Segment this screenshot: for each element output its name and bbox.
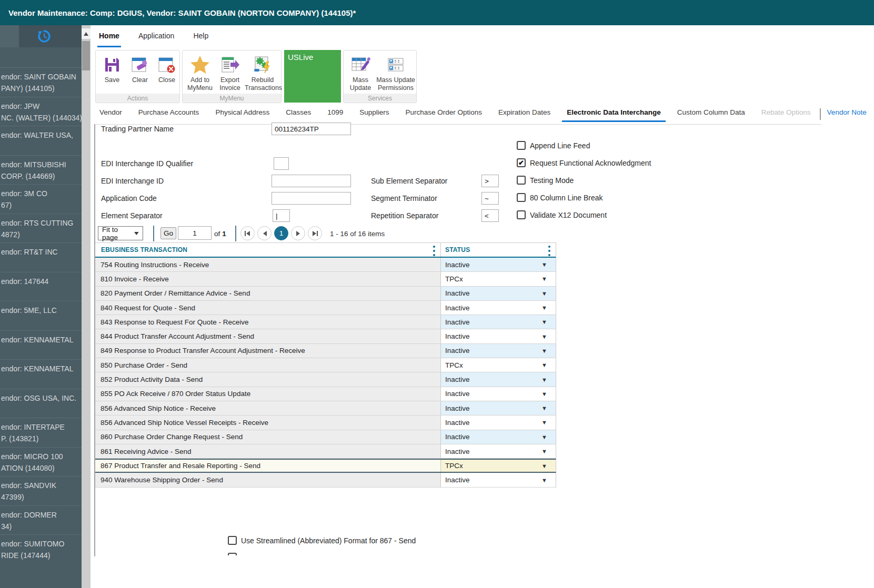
previous-page-button[interactable] [257, 226, 272, 240]
status-cell-dropdown[interactable]: TPCx ▼ [441, 460, 556, 472]
vendor-history-item[interactable]: endor: WALTER USA, [0, 126, 82, 155]
status-cell-dropdown[interactable]: Inactive ▼ [441, 287, 556, 300]
go-button[interactable]: Go [160, 227, 176, 239]
export-invoice-button[interactable]: Export Invoice [216, 54, 244, 92]
tab-electronic-data-interchange[interactable]: Electronic Data Interchange [562, 107, 666, 122]
column-header-ebusiness-transaction[interactable]: EBUSINESS TRANSACTION [95, 243, 441, 257]
table-row[interactable]: 860 Purchase Order Change Request - Send… [95, 430, 556, 444]
tab-vendor[interactable]: Vendor [95, 107, 127, 122]
vendor-history-item[interactable]: endor: RT&T INC [0, 242, 82, 272]
status-cell-dropdown[interactable]: Inactive ▼ [441, 473, 556, 486]
checkbox-row-validate-x12-document[interactable]: Validate X12 Document [517, 210, 607, 219]
page-number-input[interactable] [178, 226, 212, 240]
vendor-history-item[interactable]: endor: 3M CO 67) [0, 184, 82, 214]
vendor-history-item[interactable]: endor: MICRO 100 ATION (144080) [0, 447, 82, 477]
status-cell-dropdown[interactable]: TPCx ▼ [441, 272, 556, 286]
status-cell-dropdown[interactable]: Inactive ▼ [441, 372, 556, 386]
vendor-history-item[interactable]: endor: SUMITOMO RIDE (147444) [0, 534, 82, 564]
vendor-history-item[interactable]: endor: SANDVIK 47399) [0, 476, 82, 505]
tab-classes[interactable]: Classes [281, 107, 316, 122]
status-cell-dropdown[interactable]: Inactive ▼ [441, 301, 556, 315]
checkbox-row-append-line-feed[interactable]: Append Line Feed [517, 141, 590, 150]
tab-expiration-dates[interactable]: Expiration Dates [494, 107, 555, 122]
table-row[interactable]: 867 Product Transfer and Resale Reportin… [95, 459, 556, 473]
checkbox-row-testing-mode[interactable]: Testing Mode [517, 176, 574, 185]
checkbox-append-line-feed[interactable] [517, 141, 526, 150]
column-menu-icon[interactable] [548, 246, 551, 256]
checkbox-validate-x12-document[interactable] [517, 210, 526, 219]
status-cell-dropdown[interactable]: Inactive ▼ [441, 430, 556, 444]
tab-1099[interactable]: 1099 [323, 107, 348, 122]
table-row[interactable]: 856 Advanced Ship Notice Vessel Receipts… [95, 415, 556, 430]
rebuild-transactions-button[interactable]: Rebuild Transactions [245, 54, 280, 92]
scrollbar-thumb[interactable] [82, 41, 90, 70]
tab-vendor-note[interactable]: Vendor Note [822, 107, 871, 122]
status-cell-dropdown[interactable]: Inactive ▼ [441, 401, 556, 415]
edi-interchange-id-input[interactable] [272, 175, 351, 187]
clipped-checkbox[interactable] [228, 553, 237, 555]
table-row[interactable]: 844 Product Transfer Account Adjustment … [95, 329, 556, 343]
clear-button[interactable]: Clear [128, 54, 152, 84]
status-cell-dropdown[interactable]: Inactive ▼ [441, 387, 556, 401]
menu-home[interactable]: Home [97, 25, 121, 47]
table-row[interactable]: 861 Receiving Advice - Send Inactive ▼ [95, 444, 556, 459]
last-page-button[interactable] [308, 226, 322, 240]
current-page-button[interactable]: 1 [274, 226, 288, 240]
table-row[interactable]: 840 Request for Quote - Send Inactive ▼ [95, 301, 556, 315]
vendor-history-item[interactable]: endor: JPW NC. (WALTER) (144034) [0, 97, 82, 126]
table-row[interactable]: 810 Invoice - Receive TPCx ▼ [95, 272, 556, 286]
status-cell-dropdown[interactable]: Inactive ▼ [441, 329, 556, 343]
page-size-select[interactable]: Fit to page [98, 226, 143, 240]
vendor-history-item[interactable]: endor: 5ME, LLC [0, 301, 82, 330]
vendor-history-item[interactable]: endor: SAINT GOBAIN PANY) (144105) [0, 67, 82, 97]
checkbox-request-functional-acknowledgment[interactable]: ✔ [517, 158, 526, 167]
tab-rebate-options[interactable]: Rebate Options [757, 107, 816, 122]
tab-physical-address[interactable]: Physical Address [210, 107, 274, 122]
vendor-history-item[interactable]: endor: KENNAMETAL [0, 359, 82, 389]
vendor-history-item[interactable]: endor: INTERTAPE P. (143821) [0, 418, 82, 447]
close-button[interactable]: Close [155, 54, 179, 84]
vendor-history-item[interactable]: endor: RTS CUTTING 4872) [0, 214, 82, 243]
history-icon[interactable] [37, 29, 51, 43]
menu-application[interactable]: Application [137, 25, 176, 47]
table-row[interactable]: 843 Response to Request For Quote - Rece… [95, 315, 556, 329]
tab-custom-column-data[interactable]: Custom Column Data [672, 107, 750, 122]
table-row[interactable]: 856 Advanced Ship Notice - Receive Inact… [95, 401, 556, 415]
status-cell-dropdown[interactable]: Inactive ▼ [441, 258, 556, 271]
status-cell-dropdown[interactable]: Inactive ▼ [441, 344, 556, 358]
application-code-input[interactable] [272, 192, 351, 205]
table-row[interactable]: 850 Purchase Order - Send TPCx ▼ [95, 358, 556, 372]
status-cell-dropdown[interactable]: Inactive ▼ [441, 315, 556, 329]
column-menu-icon[interactable] [433, 246, 436, 256]
streamlined-867-checkbox[interactable] [228, 536, 237, 545]
status-cell-dropdown[interactable]: Inactive ▼ [441, 444, 556, 458]
tab-purchase-accounts[interactable]: Purchase Accounts [134, 107, 204, 122]
vendor-history-item[interactable]: endor: DORMER 34) [0, 505, 82, 535]
scroll-up-arrow-icon[interactable] [82, 28, 91, 39]
next-page-button[interactable] [291, 226, 305, 240]
table-row[interactable]: 820 Payment Order / Remittance Advice - … [95, 287, 556, 301]
segment-terminator-input[interactable] [481, 192, 499, 205]
tab-suppliers[interactable]: Suppliers [355, 107, 394, 122]
vendor-history-item[interactable]: endor: KENNAMETAL [0, 330, 82, 360]
vertical-scrollbar[interactable] [82, 25, 91, 588]
vendor-history-item[interactable]: endor: 147644 [0, 272, 82, 301]
checkbox-testing-mode[interactable] [517, 176, 526, 185]
vendor-history-item[interactable]: endor: MITSUBISHI CORP. (144669) [0, 155, 82, 185]
table-row[interactable]: 940 Warehouse Shipping Order - Send Inac… [95, 473, 556, 487]
menu-help[interactable]: Help [192, 25, 210, 47]
add-to-mymenu-button[interactable]: Add to MyMenu [185, 54, 215, 92]
table-row[interactable]: 855 PO Ack Receive / 870 Order Status Up… [95, 387, 556, 401]
tab-purchase-order-options[interactable]: Purchase Order Options [401, 107, 487, 122]
status-cell-dropdown[interactable]: TPCx ▼ [441, 358, 556, 372]
column-header-status[interactable]: STATUS [441, 243, 556, 257]
sub-element-separator-input[interactable] [481, 175, 499, 187]
checkbox-row-request-functional-acknowledgment[interactable]: ✔ Request Functional Acknowledgment [517, 158, 651, 167]
element-separator-input[interactable] [273, 209, 290, 222]
checkbox-80-column-line-break[interactable] [517, 193, 526, 202]
trading-partner-name-input[interactable] [272, 123, 351, 135]
repetition-separator-input[interactable] [481, 209, 499, 222]
status-cell-dropdown[interactable]: Inactive ▼ [441, 415, 556, 429]
table-row[interactable]: 852 Product Activity Data - Send Inactiv… [95, 372, 556, 387]
table-row[interactable]: 754 Routing Instructions - Receive Inact… [95, 258, 556, 272]
